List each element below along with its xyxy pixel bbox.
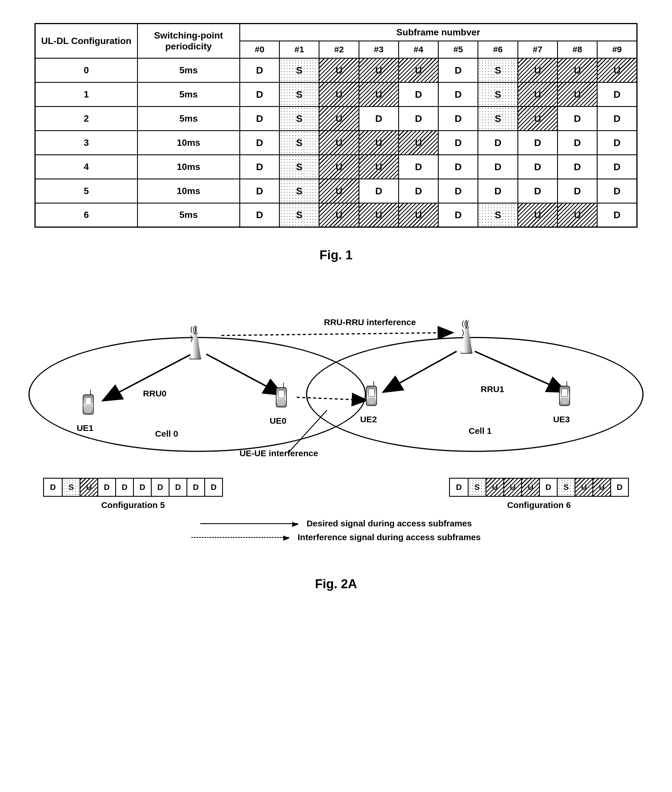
mini-subframe-cell: D (115, 479, 133, 496)
subframe-cell: D (557, 179, 597, 203)
subframe-cell: D (240, 106, 279, 130)
subframe-cell: D (398, 82, 438, 106)
mini-subframe-cell: D (133, 479, 151, 496)
mini-subframe-cell: D (98, 479, 115, 496)
ue1-label: UE1 (77, 423, 93, 433)
config-cell: 5 (35, 179, 137, 203)
cell1-label: Cell 1 (469, 426, 491, 436)
subframe-cell: D (359, 179, 398, 203)
header-switching-point: Switching-point periodicity (137, 24, 240, 58)
mini-subframe-cell: D (610, 479, 628, 496)
ue0-icon (276, 387, 287, 407)
uldl-config-table: UL-DL Configuration Switching-point peri… (35, 23, 637, 228)
subframe-cell: D (557, 106, 597, 130)
table-row: 510msDSUDDDDDDD (35, 179, 637, 203)
subframe-cell: D (240, 130, 279, 155)
subframe-cell: S (280, 130, 319, 155)
subframe-cell: D (398, 106, 438, 130)
subframe-cell: U (359, 203, 398, 227)
subframe-cell: D (438, 203, 478, 227)
subframe-cell: D (438, 179, 478, 203)
subframe-cell: S (280, 82, 319, 106)
subframe-cell: U (359, 58, 398, 82)
subframe-cell: D (438, 130, 478, 155)
subframe-cell: U (398, 203, 438, 227)
subframe-cell: D (438, 106, 478, 130)
mini-subframe-cell: D (169, 479, 186, 496)
period-cell: 10ms (137, 130, 240, 155)
period-cell: 5ms (137, 82, 240, 106)
svg-line-4 (221, 333, 452, 335)
sfh-3: #3 (359, 41, 398, 58)
subframe-cell: D (597, 203, 637, 227)
cell0-label: Cell 0 (155, 429, 178, 439)
mini-subframe-cell: U (80, 479, 98, 496)
subframe-cell: D (438, 58, 478, 82)
subframe-cell: S (478, 82, 518, 106)
ue3-label: UE3 (553, 415, 570, 424)
subframe-cell: U (398, 130, 438, 155)
mini-subframe-cell: U (486, 479, 503, 496)
rru0-label: RRU0 (143, 389, 166, 398)
sfh-9: #9 (597, 41, 637, 58)
mini-subframe-cell: S (62, 479, 80, 496)
sfh-2: #2 (319, 41, 359, 58)
subframe-cell: S (280, 203, 319, 227)
table-row: 65msDSUUUDSUUD (35, 203, 637, 227)
sfh-5: #5 (438, 41, 478, 58)
subframe-cell: U (319, 58, 359, 82)
subframe-cell: D (597, 179, 637, 203)
header-subframe-group: Subframe numbver (240, 24, 637, 41)
subframe-cell: S (280, 155, 319, 179)
subframe-cell: S (478, 58, 518, 82)
dashed-arrow-icon (191, 537, 289, 538)
mini-subframe-cell: D (204, 479, 222, 496)
subframe-cell: S (478, 203, 518, 227)
config5-block: DSUDDDDDDD Configuration 5 (43, 478, 223, 510)
subframe-cell: D (478, 130, 518, 155)
subframe-cell: U (359, 155, 398, 179)
mini-subframe-cell: D (186, 479, 204, 496)
sfh-7: #7 (518, 41, 557, 58)
mini-subframe-cell: D (151, 479, 169, 496)
subframe-cell: D (478, 179, 518, 203)
subframe-cell: D (597, 106, 637, 130)
subframe-cell: U (319, 106, 359, 130)
subframe-cell: S (280, 58, 319, 82)
subframe-cell: D (359, 106, 398, 130)
mini-subframe-cell: U (503, 479, 521, 496)
subframe-cell: U (398, 58, 438, 82)
subframe-cell: U (319, 179, 359, 203)
subframe-cell: D (518, 179, 557, 203)
subframe-cell: D (478, 155, 518, 179)
figure-1-caption: Fig. 1 (35, 248, 637, 262)
subframe-cell: U (359, 82, 398, 106)
mini-subframe-cell: U (574, 479, 592, 496)
subframe-cell: D (557, 130, 597, 155)
subframe-cell: U (557, 58, 597, 82)
table-row: 15msDSUUDDSUUD (35, 82, 637, 106)
subframe-cell: D (240, 155, 279, 179)
rru0-icon: ((( ))) (185, 325, 205, 363)
config-cell: 4 (35, 155, 137, 179)
config5-caption: Configuration 5 (101, 500, 165, 510)
subframe-cell: U (557, 82, 597, 106)
mini-config-row: DSUDDDDDDD Configuration 5 DSUUUDSUUD Co… (43, 478, 629, 510)
subframe-cell: D (240, 179, 279, 203)
arrow-layer (35, 308, 637, 469)
config-cell: 2 (35, 106, 137, 130)
mini-subframe-cell: U (592, 479, 610, 496)
sfh-6: #6 (478, 41, 518, 58)
table-row: 25msDSUDDDSUDD (35, 106, 637, 130)
figure-2a-caption: Fig. 2A (35, 577, 637, 591)
ue3-icon (559, 386, 570, 406)
config-cell: 6 (35, 203, 137, 227)
legend-interference-row: Interference signal during access subfra… (191, 532, 481, 542)
mini-subframe-cell: S (468, 479, 486, 496)
legend-desired-text: Desired signal during access subframes (307, 519, 472, 528)
mini-subframe-cell: D (539, 479, 557, 496)
subframe-cell: D (557, 155, 597, 179)
subframe-cell: D (240, 82, 279, 106)
subframe-cell: D (240, 58, 279, 82)
subframe-cell: D (398, 155, 438, 179)
